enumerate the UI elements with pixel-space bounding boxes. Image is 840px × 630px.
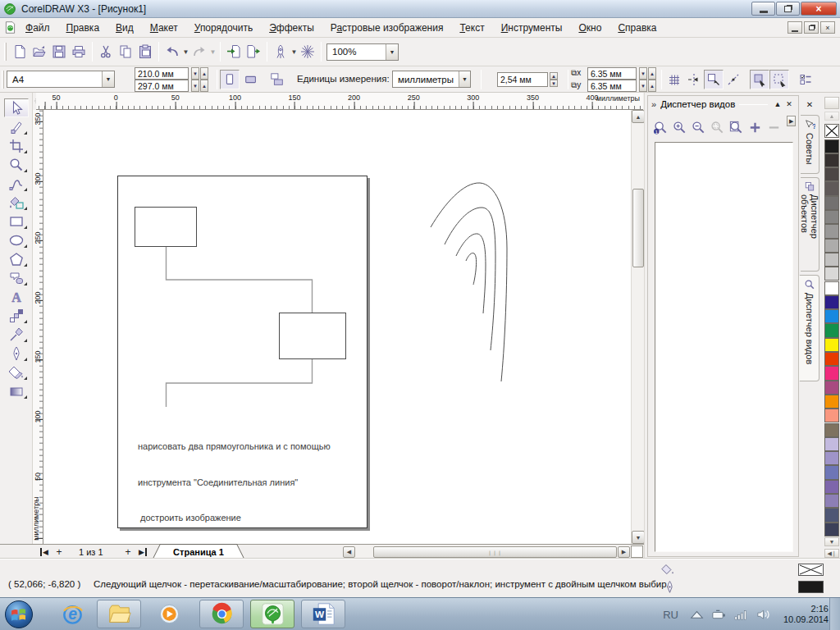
add-page-after-button[interactable]: +	[121, 546, 135, 557]
rectangle-tool[interactable]	[4, 212, 29, 231]
docker-tab-2[interactable]: Диспетчер видов	[799, 275, 819, 381]
docker-expand-icon[interactable]: »	[651, 99, 656, 109]
zoom-to-selected-button[interactable]	[708, 117, 726, 137]
basic-shapes-tool[interactable]	[4, 268, 29, 287]
corel-community-button[interactable]	[298, 42, 317, 62]
color-swatch[interactable]	[824, 409, 839, 422]
cut-button[interactable]	[96, 42, 116, 62]
propbar-grip[interactable]	[2, 71, 4, 89]
menu-8[interactable]: Инструменты	[493, 20, 571, 36]
pick-span-toggle[interactable]	[769, 70, 789, 89]
polygon-tool[interactable]	[4, 249, 29, 268]
color-swatch[interactable]	[824, 494, 839, 508]
scroll-down-icon[interactable]: ▼	[632, 531, 645, 544]
paste-button[interactable]	[135, 42, 155, 62]
zoom-oneshot-button[interactable]: 1	[651, 117, 669, 137]
snap-to-grid-toggle[interactable]	[664, 70, 684, 89]
undo-button-dropdown-icon[interactable]: ▼	[182, 48, 189, 56]
color-swatch[interactable]	[824, 366, 839, 380]
no-color-swatch[interactable]	[824, 124, 839, 138]
menu-5[interactable]: Эффекты	[261, 20, 322, 36]
color-swatch[interactable]	[824, 480, 839, 494]
fill-color-swatch[interactable]	[798, 564, 824, 576]
open-button[interactable]	[30, 42, 49, 62]
scrollbar-corner-button[interactable]	[631, 546, 643, 558]
page-tab[interactable]: Страница 1	[153, 544, 244, 559]
taskbar-internet-explorer[interactable]: e	[54, 600, 90, 628]
zoom-combo-arrow-icon[interactable]: ▼	[386, 44, 398, 60]
duplicate-x-field[interactable]: 6.35 мм	[587, 67, 637, 80]
minimize-button[interactable]	[751, 2, 775, 16]
color-swatch[interactable]	[824, 196, 839, 210]
snap-to-objects-toggle[interactable]	[704, 70, 724, 89]
drawing-canvas[interactable]: нарисовать два прямоугольника и с помощь…	[43, 110, 631, 544]
paper-width-field[interactable]: 210.0 мм	[135, 67, 189, 80]
duplicate-x-spinners[interactable]: ▼▲	[638, 67, 656, 80]
interactive-blend-tool[interactable]	[4, 306, 29, 325]
ellipse-tool[interactable]	[4, 231, 29, 249]
volume-tray-icon[interactable]	[756, 609, 770, 620]
palette-scroll-down-icon[interactable]: ▼	[824, 537, 839, 546]
horizontal-scrollbar[interactable]: ◀ ❘❘❘ ▶	[343, 546, 630, 559]
mdi-minimize-button[interactable]	[788, 21, 802, 34]
redo-button-dropdown-icon[interactable]: ▼	[209, 48, 217, 56]
language-indicator[interactable]: RU	[663, 609, 678, 621]
color-swatch[interactable]	[824, 323, 839, 337]
close-button[interactable]: ×	[801, 2, 837, 16]
options-button[interactable]	[796, 70, 815, 89]
color-swatch[interactable]	[824, 395, 839, 409]
pick-tool[interactable]	[4, 98, 29, 117]
zoom-out-button[interactable]	[689, 117, 707, 137]
color-swatch[interactable]	[824, 167, 839, 181]
paper-height-field[interactable]: 297.0 мм	[135, 80, 189, 92]
fill-tool[interactable]	[4, 363, 29, 381]
paper-preset-combo[interactable]: A4 ▼	[7, 71, 115, 88]
freehand-tool[interactable]	[4, 174, 29, 193]
docker-tab-0[interactable]: ?Советы	[801, 115, 819, 174]
color-swatch[interactable]	[824, 508, 839, 522]
docker-collapse-icon[interactable]: ▲	[772, 98, 783, 110]
scroll-right-icon[interactable]: ▶	[618, 546, 630, 558]
menu-4[interactable]: Упорядочить	[186, 20, 261, 36]
export-button[interactable]	[244, 42, 263, 62]
outline-tool[interactable]	[4, 344, 29, 363]
power-tray-icon[interactable]	[712, 609, 726, 620]
taskbar-coreldraw[interactable]	[250, 600, 294, 628]
zoom-in-button[interactable]	[670, 117, 688, 137]
crop-tool[interactable]	[4, 136, 29, 155]
units-combo-arrow-icon[interactable]: ▼	[459, 71, 470, 87]
paper-height-spinners[interactable]: ▼▲	[190, 80, 208, 92]
color-swatch[interactable]	[824, 451, 839, 465]
import-button[interactable]	[224, 42, 244, 62]
taskbar-media-player[interactable]	[151, 600, 187, 628]
color-swatch[interactable]	[824, 381, 839, 395]
color-swatch[interactable]	[824, 295, 839, 309]
print-button[interactable]	[69, 42, 89, 62]
app-launcher-button[interactable]	[271, 42, 290, 62]
taskbar-word[interactable]: W	[301, 600, 345, 628]
color-swatch[interactable]	[824, 338, 839, 352]
menu-7[interactable]: Текст	[451, 20, 492, 36]
menu-2[interactable]: Вид	[107, 20, 142, 36]
vertical-scroll-thumb[interactable]	[632, 189, 644, 267]
color-swatch[interactable]	[824, 139, 839, 153]
first-page-button[interactable]: ◀	[38, 546, 51, 557]
last-page-button[interactable]: ▶	[136, 546, 149, 557]
menu-1[interactable]: Правка	[58, 20, 108, 36]
eyedropper-tool[interactable]	[4, 325, 29, 344]
restore-button[interactable]	[776, 2, 800, 16]
palette-options-icon[interactable]	[824, 97, 839, 109]
duplicate-y-field[interactable]: 6.35 мм	[587, 80, 637, 92]
palette-expand-icon[interactable]: ◀❘	[824, 549, 839, 558]
units-combo[interactable]: миллиметры ▼	[392, 71, 471, 88]
color-swatch[interactable]	[824, 267, 839, 281]
color-swatch[interactable]	[824, 181, 839, 195]
menu-9[interactable]: Окно	[570, 20, 609, 36]
taskbar-explorer[interactable]	[97, 600, 141, 628]
duplicate-y-spinners[interactable]: ▼▲	[638, 80, 656, 92]
zoom-to-page-button[interactable]	[727, 117, 745, 137]
text-tool[interactable]: A	[4, 287, 29, 306]
menu-6[interactable]: Растровые изображения	[322, 20, 452, 36]
docker-tab-1[interactable]: Диспетчер объектов	[801, 177, 819, 272]
vertical-scrollbar[interactable]: ▲ ▼	[631, 110, 644, 544]
